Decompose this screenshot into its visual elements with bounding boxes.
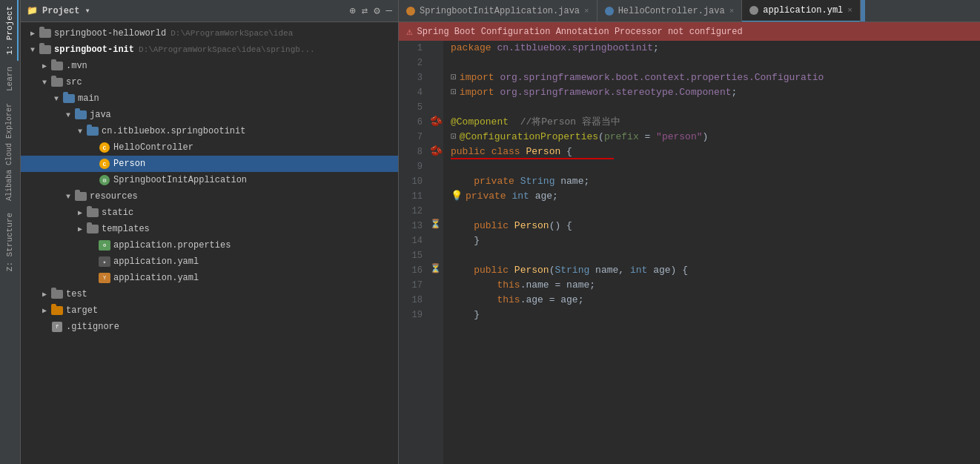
tree-item-cn-pkg[interactable]: ▼ cn.itbluebox.springbootinit [21, 123, 398, 139]
add-icon[interactable]: ⊕ [349, 4, 355, 17]
tab-project[interactable]: 1: Project [2, 0, 19, 61]
tree-item-resources[interactable]: ▼ resources [21, 188, 398, 205]
gutter-error-icon: 🫘 [430, 145, 443, 157]
item-label: resources [90, 191, 138, 202]
folder-icon [50, 61, 64, 71]
project-tree: ▶ springboot-helloworld D:\AProgramWorkS… [21, 22, 398, 464]
code-line-14: } [451, 233, 973, 248]
tree-item-app-yaml[interactable]: Y application.yaml [21, 270, 398, 286]
folder-icon [74, 191, 87, 202]
editor-panel: SpringbootInitApplication.java × HelloCo… [399, 0, 980, 464]
tree-item-springbootapp[interactable]: ⚙ SpringbootInitApplication [21, 172, 398, 188]
code-editor[interactable]: 1 2 3 4 5 6 7 8 9 10 11 12 13 14 15 16 1… [399, 41, 980, 464]
tab-file-icon [749, 6, 758, 15]
code-line-11: 💡private int age; [451, 189, 973, 204]
folder-icon [50, 289, 64, 299]
tab-label: HelloController.java [618, 6, 725, 16]
scroll-icon[interactable]: ⇄ [362, 4, 368, 17]
item-label: application.properties [113, 240, 231, 251]
code-line-7: ⊡@ConfigurationProperties(prefix = "pers… [451, 130, 973, 145]
path-hint: D:\AProgramWorkSpace\idea [170, 29, 293, 38]
tab-alibaba[interactable]: Alibaba Cloud Explorer [2, 97, 18, 207]
tab-structure[interactable]: Z: Structure [2, 207, 19, 277]
code-line-19: } [451, 308, 973, 322]
code-line-6: @Component //将Person 容器当中 [451, 115, 973, 130]
tab-close-button[interactable]: × [584, 7, 589, 16]
left-sidebar-tabs: 1: Project Learn Alibaba Cloud Explorer … [0, 0, 21, 464]
minimize-icon[interactable]: — [386, 4, 392, 17]
code-line-18: this.age = age; [451, 293, 973, 308]
tab-application-yml[interactable]: application.yml × [742, 0, 861, 22]
arrow-icon: ▶ [74, 225, 86, 233]
tree-item-templates[interactable]: ▶ templates [21, 221, 398, 237]
tree-item-src[interactable]: ▼ src [21, 74, 398, 90]
item-label: templates [102, 224, 150, 234]
folder-icon [39, 28, 52, 39]
tree-item-java[interactable]: ▼ java [21, 107, 398, 123]
arrow-icon: ▼ [50, 95, 62, 103]
tab-learn[interactable]: Learn [2, 61, 19, 97]
item-label: static [102, 208, 133, 218]
item-label: target [66, 305, 98, 316]
java-file-icon: ⚙ [98, 175, 111, 185]
tab-close-button[interactable]: × [729, 7, 735, 16]
item-label: Person [113, 159, 145, 169]
tree-item-app-yaml-special[interactable]: ✦ application.yaml [21, 253, 398, 270]
props-file-icon: ⚙ [98, 240, 111, 251]
tree-item-target[interactable]: ▶ target [21, 302, 398, 319]
code-line-13: public Person() { [451, 219, 973, 233]
folder-icon [50, 305, 64, 316]
tab-close-button[interactable]: × [847, 6, 852, 15]
tab-label: application.yml [763, 5, 843, 16]
code-line-2 [451, 56, 973, 70]
gutter-bean-icon: 🫘 [430, 115, 443, 127]
arrow-icon: ▼ [27, 46, 39, 54]
tree-item-gitignore[interactable]: f .gitignore [21, 319, 398, 335]
item-label: application.yaml [113, 273, 199, 283]
gutter-method-icon: ⏳ [430, 219, 441, 230]
active-tab-indicator [861, 0, 865, 21]
tree-item-person[interactable]: C Person [21, 156, 398, 172]
item-label: test [66, 289, 87, 299]
line-numbers: 1 2 3 4 5 6 7 8 9 10 11 12 13 14 15 16 1… [399, 41, 428, 464]
code-line-15 [451, 248, 973, 263]
header-icons: ⊕ ⇄ ⚙ — [349, 4, 392, 17]
yaml-special-file-icon: ✦ [98, 256, 111, 267]
code-line-8: public class Person { [451, 145, 973, 159]
code-line-16: public Person(String name, int age) { [451, 263, 973, 278]
code-line-9 [451, 159, 973, 174]
tab-springbootapp[interactable]: SpringbootInitApplication.java × [399, 0, 597, 21]
tree-item-static[interactable]: ▶ static [21, 205, 398, 221]
tree-item-app-props[interactable]: ⚙ application.properties [21, 237, 398, 253]
item-label: .gitignore [66, 322, 119, 332]
arrow-icon: ▼ [62, 193, 74, 201]
arrow-icon: ▶ [39, 306, 50, 315]
tab-label: SpringbootInitApplication.java [420, 6, 580, 16]
project-header: 📁 Project ▾ ⊕ ⇄ ⚙ — [21, 0, 398, 22]
arrow-icon: ▶ [74, 208, 86, 217]
item-label: springboot-helloworld [54, 28, 166, 39]
code-content[interactable]: package cn.itbluebox.springbootinit; ⊡im… [443, 41, 980, 464]
settings-icon[interactable]: ⚙ [374, 4, 380, 17]
tree-item-hellocontroller[interactable]: C HelloController [21, 139, 398, 156]
project-title: Project ▾ [42, 5, 90, 16]
arrow-icon: ▼ [39, 79, 50, 87]
item-label: .mvn [66, 61, 87, 71]
arrow-icon: ▶ [27, 29, 39, 38]
tree-item-test[interactable]: ▶ test [21, 286, 398, 302]
tab-hellocontroller[interactable]: HelloController.java × [597, 0, 743, 21]
java-file-icon: C [98, 159, 111, 169]
tree-item-springboot-init[interactable]: ▼ springboot-init D:\AProgramWorkSpace\i… [21, 42, 398, 58]
tree-item-springboot-helloworld[interactable]: ▶ springboot-helloworld D:\AProgramWorkS… [21, 25, 398, 42]
arrow-icon: ▶ [39, 62, 50, 70]
code-line-10: private String name; [451, 174, 973, 189]
item-label: springboot-init [54, 44, 134, 55]
code-line-12 [451, 204, 973, 219]
folder-icon [74, 110, 87, 120]
tree-item-mvn[interactable]: ▶ .mvn [21, 58, 398, 74]
folder-icon [39, 44, 52, 55]
tree-item-main[interactable]: ▼ main [21, 90, 398, 107]
arrow-icon: ▶ [39, 290, 50, 299]
item-label: main [78, 93, 99, 104]
code-line-1: package cn.itbluebox.springbootinit; [451, 41, 973, 56]
